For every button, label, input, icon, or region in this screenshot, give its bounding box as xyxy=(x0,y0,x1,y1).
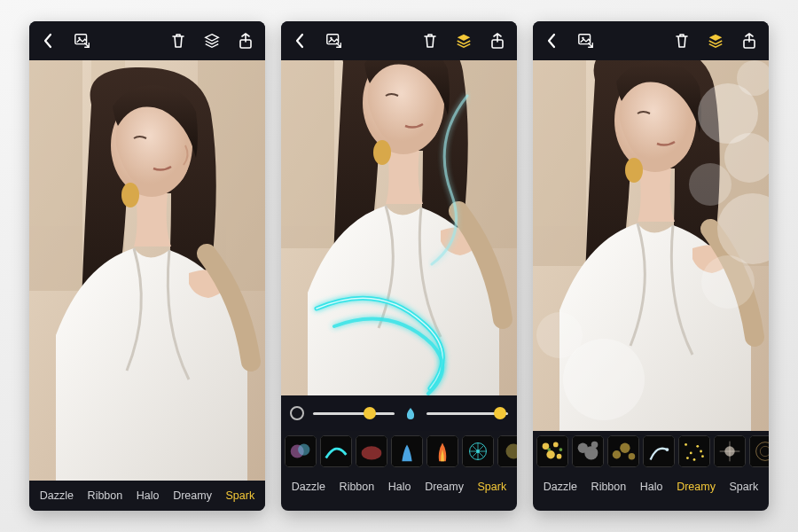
svg-point-8 xyxy=(121,183,139,207)
back-icon[interactable] xyxy=(292,32,309,50)
image-edit-icon[interactable] xyxy=(577,32,595,50)
back-icon[interactable] xyxy=(40,32,58,50)
svg-point-39 xyxy=(625,158,643,183)
svg-point-52 xyxy=(557,454,562,459)
effect-thumb[interactable] xyxy=(572,435,604,467)
svg-point-62 xyxy=(629,453,636,460)
svg-point-64 xyxy=(666,448,669,451)
svg-point-23 xyxy=(362,446,382,459)
photo-canvas[interactable] xyxy=(281,60,517,395)
brush-opacity-slider[interactable] xyxy=(426,412,508,415)
opacity-drop-icon xyxy=(403,406,418,420)
trash-icon[interactable] xyxy=(169,32,187,50)
svg-rect-13 xyxy=(281,60,334,248)
svg-point-66 xyxy=(685,443,687,446)
tab-dreamy[interactable]: Dreamy xyxy=(173,489,212,502)
tab-dreamy[interactable]: Dreamy xyxy=(677,481,716,493)
phone-screen-2: Dazzle Ribbon Halo Dreamy Spark xyxy=(281,21,517,511)
svg-point-20 xyxy=(298,444,309,456)
tab-spark[interactable]: Spark xyxy=(730,481,759,493)
tab-halo[interactable]: Halo xyxy=(137,489,160,502)
effect-thumb[interactable] xyxy=(643,435,675,467)
svg-point-61 xyxy=(620,443,630,453)
share-icon[interactable] xyxy=(237,32,254,50)
effect-thumb[interactable] xyxy=(536,435,568,467)
svg-point-60 xyxy=(613,450,621,458)
effect-thumb[interactable] xyxy=(607,435,639,467)
tab-spark[interactable]: Spark xyxy=(478,481,507,493)
svg-point-54 xyxy=(559,448,563,451)
effect-thumb[interactable] xyxy=(285,435,317,467)
svg-point-69 xyxy=(701,455,704,458)
svg-point-51 xyxy=(546,450,554,458)
brush-size-slider[interactable] xyxy=(313,412,395,415)
layers-icon[interactable] xyxy=(707,32,724,50)
effect-category-tabs: Dazzle Ribbon Halo Dreamy Spark xyxy=(29,481,265,511)
brush-sliders xyxy=(281,395,517,431)
effect-thumb[interactable] xyxy=(356,435,387,467)
effect-thumbnails xyxy=(281,431,517,472)
trash-icon[interactable] xyxy=(673,32,691,50)
svg-rect-65 xyxy=(679,436,709,466)
image-edit-icon[interactable] xyxy=(74,32,91,50)
effect-thumb[interactable] xyxy=(462,435,494,467)
effect-thumb[interactable] xyxy=(391,435,423,467)
phone-screen-1: Dazzle Ribbon Halo Dreamy Spark xyxy=(29,21,265,511)
effect-thumb[interactable] xyxy=(714,435,746,467)
slider-thumb[interactable] xyxy=(364,407,376,419)
share-icon[interactable] xyxy=(740,32,758,50)
photo-canvas[interactable] xyxy=(533,60,769,431)
svg-rect-4 xyxy=(29,60,82,291)
effect-thumb[interactable] xyxy=(749,435,769,467)
tab-ribbon[interactable]: Ribbon xyxy=(88,489,123,502)
top-toolbar xyxy=(281,21,517,60)
svg-point-70 xyxy=(693,458,696,461)
top-toolbar xyxy=(533,21,769,60)
svg-point-57 xyxy=(584,446,598,459)
layers-icon[interactable] xyxy=(203,32,221,50)
tab-ribbon[interactable]: Ribbon xyxy=(591,481,627,493)
svg-point-53 xyxy=(547,448,551,451)
layers-icon[interactable] xyxy=(455,32,473,50)
top-toolbar xyxy=(29,21,265,60)
svg-point-71 xyxy=(686,457,689,459)
photo-canvas[interactable] xyxy=(29,60,265,481)
tab-spark[interactable]: Spark xyxy=(226,489,255,502)
effect-thumbnails xyxy=(533,431,769,472)
tab-dreamy[interactable]: Dreamy xyxy=(425,481,464,493)
svg-rect-63 xyxy=(644,436,674,466)
tab-dazzle[interactable]: Dazzle xyxy=(40,489,74,502)
effect-thumb[interactable] xyxy=(497,435,517,467)
slider-thumb[interactable] xyxy=(494,407,506,419)
effect-category-tabs: Dazzle Ribbon Halo Dreamy Spark xyxy=(533,472,769,502)
trash-icon[interactable] xyxy=(421,32,439,50)
brush-size-icon xyxy=(290,406,304,420)
tab-dazzle[interactable]: Dazzle xyxy=(292,481,325,493)
share-icon[interactable] xyxy=(489,32,506,50)
effect-thumb[interactable] xyxy=(426,435,458,467)
tab-dazzle[interactable]: Dazzle xyxy=(544,481,577,493)
svg-rect-35 xyxy=(533,60,586,266)
svg-point-17 xyxy=(373,140,391,165)
svg-point-72 xyxy=(700,450,702,453)
svg-point-67 xyxy=(690,451,692,454)
image-edit-icon[interactable] xyxy=(325,32,343,50)
svg-rect-75 xyxy=(750,436,769,466)
effect-category-tabs: Dazzle Ribbon Halo Dreamy Spark xyxy=(281,472,517,502)
svg-rect-21 xyxy=(321,436,351,466)
svg-point-68 xyxy=(696,445,699,448)
back-icon[interactable] xyxy=(544,32,561,50)
tab-halo[interactable]: Halo xyxy=(640,481,663,493)
svg-point-58 xyxy=(591,442,598,449)
phone-screen-3: Dazzle Ribbon Halo Dreamy Spark xyxy=(533,21,769,511)
tab-ribbon[interactable]: Ribbon xyxy=(340,481,375,493)
effect-thumb[interactable] xyxy=(320,435,352,467)
tab-halo[interactable]: Halo xyxy=(388,481,411,493)
svg-point-50 xyxy=(553,442,559,448)
effect-thumb[interactable] xyxy=(678,435,710,467)
